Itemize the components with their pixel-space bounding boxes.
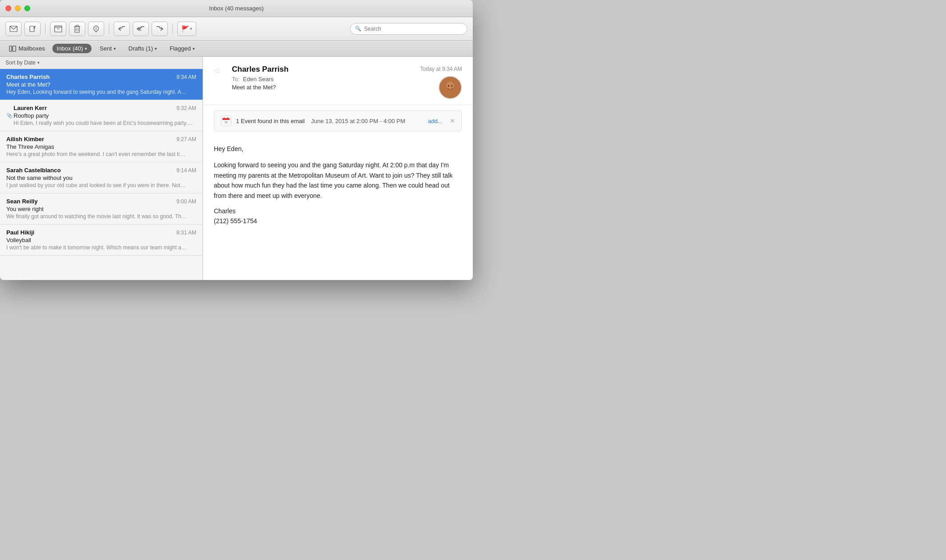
avatar-image (439, 76, 461, 99)
mailboxes-label: Mailboxes (18, 45, 45, 52)
svg-rect-1 (30, 26, 34, 32)
sidebar-icon (9, 46, 16, 52)
body-greeting: Hey Eden, (214, 144, 462, 154)
detail-time: Today at 9:34 AM (420, 66, 462, 72)
junk-button[interactable] (88, 22, 104, 36)
detail-sender: Charles Parrish (232, 65, 413, 74)
search-box[interactable]: 🔍 (350, 23, 467, 35)
email-preview: Hi Eden, I really wish you could have be… (14, 120, 194, 126)
email-sender: Sarah Castelblanco (6, 167, 61, 174)
attachment-icon: 📎 (6, 113, 13, 119)
event-date: June 13, 2015 at 2:00 PM - 4:00 PM (311, 118, 405, 124)
tab-bar: Mailboxes Inbox (40) ▾ Sent ▾ Drafts (1)… (0, 41, 473, 57)
svg-text:13: 13 (225, 121, 228, 124)
tab-drafts[interactable]: Drafts (1) ▾ (124, 44, 162, 53)
tab-inbox[interactable]: Inbox (40) ▾ (52, 44, 92, 53)
chevron-down-icon: ▾ (114, 46, 116, 51)
email-subject: Meet at the Met? (6, 81, 196, 88)
email-subject: The Three Amigas (6, 143, 196, 150)
detail-header-left: Charles Parrish To: Eden Sears Meet at t… (232, 65, 413, 91)
search-icon: 🔍 (355, 26, 361, 32)
new-message-button[interactable] (5, 22, 22, 36)
email-time: 9:27 AM (176, 136, 196, 142)
sort-label: Sort by Date (5, 60, 36, 66)
reply-all-button[interactable] (133, 22, 149, 36)
separator-2 (109, 23, 109, 34)
search-input[interactable] (364, 26, 462, 32)
email-body: Hey Eden, Looking forward to seeing you … (203, 137, 473, 237)
main-area: Sort by Date ▾ Charles Parrish 9:34 AM M… (0, 57, 473, 280)
signature-phone: (212) 555-1754 (214, 216, 462, 226)
email-subject: You were right (6, 206, 196, 212)
email-preview: Here's a great photo from the weekend. I… (6, 151, 187, 157)
email-item[interactable]: Paul Hikiji 8:31 AM Volleyball I won't b… (0, 225, 203, 256)
svg-rect-15 (9, 46, 12, 51)
email-preview: We finally got around to watching the mo… (6, 213, 187, 220)
email-preview: Hey Eden, Looking forward to seeing you … (6, 89, 187, 95)
compose-button[interactable] (24, 22, 41, 36)
mailboxes-button[interactable]: Mailboxes (5, 44, 49, 53)
star-button[interactable]: ☆ (214, 66, 221, 76)
chevron-down-icon: ▾ (155, 46, 157, 51)
svg-rect-22 (222, 118, 230, 120)
email-time: 9:32 AM (176, 105, 196, 111)
email-time: 9:34 AM (176, 74, 196, 80)
svg-point-14 (96, 30, 97, 31)
email-sender: Charles Parrish (6, 73, 50, 80)
email-item[interactable]: Sean Reilly 9:00 AM You were right We fi… (0, 193, 203, 225)
body-signature: Charles (212) 555-1754 (214, 206, 462, 226)
tab-inbox-label: Inbox (40) (57, 45, 83, 52)
email-item[interactable]: 📎 Lauren Kerr 9:32 AM Rooftop party Hi E… (0, 100, 203, 131)
svg-point-19 (448, 85, 449, 87)
body-paragraph-1: Looking forward to seeing you and the ga… (214, 160, 462, 201)
event-banner: 13 1 Event found in this email June 13, … (214, 110, 462, 131)
detail-to-address: Eden Sears (243, 76, 274, 83)
sort-chevron-icon: ▾ (37, 60, 40, 65)
window-title: Inbox (40 messages) (209, 5, 263, 12)
close-button[interactable] (5, 5, 11, 11)
email-item[interactable]: Sarah Castelblanco 9:14 AM Not the same … (0, 162, 203, 193)
tab-flagged-label: Flagged (170, 45, 191, 52)
email-time: 9:00 AM (176, 198, 196, 205)
flag-dropdown-icon: ▾ (190, 26, 192, 31)
flag-icon: 🚩 (181, 25, 189, 32)
svg-point-18 (447, 82, 454, 90)
reply-button[interactable] (114, 22, 130, 36)
svg-rect-6 (75, 27, 79, 32)
event-close-button[interactable]: ✕ (450, 117, 455, 124)
delete-button[interactable] (69, 22, 85, 36)
tab-flagged[interactable]: Flagged ▾ (165, 44, 199, 53)
email-item[interactable]: Charles Parrish 9:34 AM Meet at the Met?… (0, 69, 203, 100)
avatar (438, 76, 462, 99)
minimize-button[interactable] (15, 5, 21, 11)
email-preview: I just walked by your old cube and looke… (6, 182, 187, 188)
tab-sent-label: Sent (100, 45, 112, 52)
to-label: To: (232, 76, 240, 83)
email-sender: Paul Hikiji (6, 229, 34, 236)
tab-sent[interactable]: Sent ▾ (95, 44, 120, 53)
svg-rect-4 (55, 26, 62, 27)
toolbar: 🚩 ▾ 🔍 (0, 17, 473, 41)
flag-button[interactable]: 🚩 ▾ (177, 22, 196, 36)
forward-button[interactable] (152, 22, 168, 36)
signature-name: Charles (214, 206, 462, 216)
chevron-down-icon: ▾ (85, 46, 87, 51)
svg-point-20 (451, 85, 452, 87)
archive-button[interactable] (50, 22, 66, 36)
email-item[interactable]: Ailish Kimber 9:27 AM The Three Amigas H… (0, 131, 203, 162)
tab-drafts-label: Drafts (1) (129, 45, 153, 52)
separator-3 (172, 23, 173, 34)
email-preview: I won't be able to make it tomorrow nigh… (6, 244, 187, 251)
sort-bar[interactable]: Sort by Date ▾ (0, 57, 203, 69)
event-count: 1 Event found in this email (236, 118, 305, 124)
email-subject: Volleyball (6, 237, 196, 243)
svg-rect-3 (55, 27, 62, 32)
email-subject: Not the same without you (6, 174, 196, 181)
maximize-button[interactable] (24, 5, 30, 11)
detail-to: To: Eden Sears (232, 76, 413, 83)
event-add-button[interactable]: add... (428, 118, 443, 124)
svg-rect-16 (13, 46, 16, 51)
email-time: 9:14 AM (176, 167, 196, 174)
email-sender: Ailish Kimber (6, 136, 44, 142)
email-list: Sort by Date ▾ Charles Parrish 9:34 AM M… (0, 57, 203, 280)
